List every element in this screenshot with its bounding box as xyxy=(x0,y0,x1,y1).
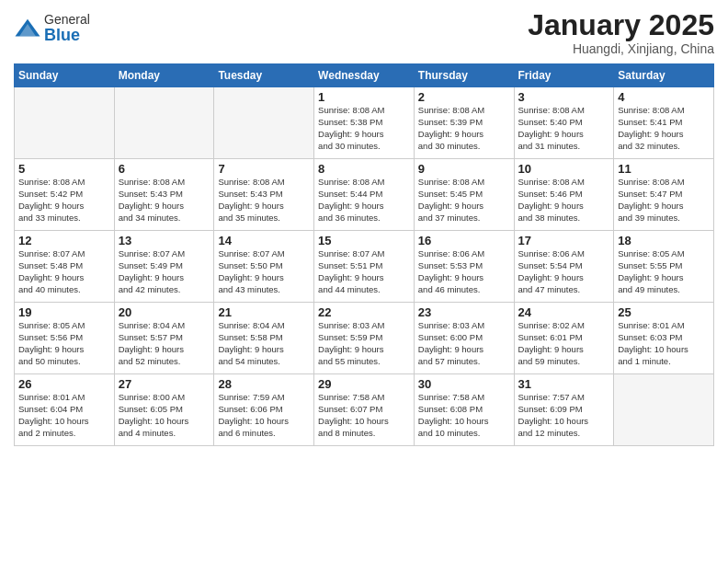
calendar-cell: 14Sunrise: 8:07 AM Sunset: 5:50 PM Dayli… xyxy=(214,231,314,303)
day-number: 6 xyxy=(119,162,210,176)
calendar-cell: 12Sunrise: 8:07 AM Sunset: 5:48 PM Dayli… xyxy=(15,231,115,303)
calendar-cell: 13Sunrise: 8:07 AM Sunset: 5:49 PM Dayli… xyxy=(114,231,214,303)
day-number: 27 xyxy=(119,377,210,391)
calendar-cell: 9Sunrise: 8:08 AM Sunset: 5:45 PM Daylig… xyxy=(414,159,514,231)
logo-icon xyxy=(14,16,41,43)
page-header: General Blue January 2025 Huangdi, Xinji… xyxy=(14,9,714,56)
day-number: 12 xyxy=(18,234,110,247)
header-tuesday: Tuesday xyxy=(214,64,314,87)
day-number: 19 xyxy=(18,305,110,319)
calendar-cell: 27Sunrise: 8:00 AM Sunset: 6:05 PM Dayli… xyxy=(114,374,214,446)
calendar-week-row-3: 12Sunrise: 8:07 AM Sunset: 5:48 PM Dayli… xyxy=(15,231,714,303)
day-info: Sunrise: 8:07 AM Sunset: 5:51 PM Dayligh… xyxy=(318,248,410,295)
calendar-cell: 24Sunrise: 8:02 AM Sunset: 6:01 PM Dayli… xyxy=(514,303,614,374)
calendar-cell: 30Sunrise: 7:58 AM Sunset: 6:08 PM Dayli… xyxy=(414,374,514,446)
day-number: 7 xyxy=(218,162,310,176)
header-sunday: Sunday xyxy=(15,64,115,87)
day-info: Sunrise: 8:08 AM Sunset: 5:38 PM Dayligh… xyxy=(318,105,410,152)
day-info: Sunrise: 8:08 AM Sunset: 5:47 PM Dayligh… xyxy=(618,177,710,224)
calendar-cell: 2Sunrise: 8:08 AM Sunset: 5:39 PM Daylig… xyxy=(414,87,514,159)
day-info: Sunrise: 8:01 AM Sunset: 6:03 PM Dayligh… xyxy=(618,320,710,367)
day-number: 8 xyxy=(318,162,410,176)
calendar-cell xyxy=(15,87,115,159)
day-number: 17 xyxy=(518,234,610,247)
day-info: Sunrise: 8:00 AM Sunset: 6:05 PM Dayligh… xyxy=(119,392,210,439)
day-number: 23 xyxy=(418,305,510,319)
calendar-cell: 21Sunrise: 8:04 AM Sunset: 5:58 PM Dayli… xyxy=(214,303,314,374)
day-number: 28 xyxy=(218,377,310,391)
header-monday: Monday xyxy=(114,64,214,87)
location-subtitle: Huangdi, Xinjiang, China xyxy=(528,41,714,56)
day-number: 4 xyxy=(618,90,710,104)
day-number: 26 xyxy=(18,377,110,391)
calendar-cell: 10Sunrise: 8:08 AM Sunset: 5:46 PM Dayli… xyxy=(514,159,614,231)
calendar-cell: 7Sunrise: 8:08 AM Sunset: 5:43 PM Daylig… xyxy=(214,159,314,231)
day-number: 10 xyxy=(518,162,610,176)
calendar-cell: 6Sunrise: 8:08 AM Sunset: 5:43 PM Daylig… xyxy=(114,159,214,231)
month-title: January 2025 xyxy=(528,9,714,41)
day-number: 13 xyxy=(119,234,210,247)
calendar-cell: 22Sunrise: 8:03 AM Sunset: 5:59 PM Dayli… xyxy=(314,303,415,374)
page-container: General Blue January 2025 Huangdi, Xinji… xyxy=(0,0,728,563)
calendar-week-row-2: 5Sunrise: 8:08 AM Sunset: 5:42 PM Daylig… xyxy=(15,159,714,231)
day-info: Sunrise: 8:08 AM Sunset: 5:39 PM Dayligh… xyxy=(418,105,510,152)
calendar-week-row-1: 1Sunrise: 8:08 AM Sunset: 5:38 PM Daylig… xyxy=(15,87,714,159)
day-info: Sunrise: 8:07 AM Sunset: 5:50 PM Dayligh… xyxy=(218,248,310,295)
calendar-cell: 17Sunrise: 8:06 AM Sunset: 5:54 PM Dayli… xyxy=(514,231,614,303)
logo-text: General Blue xyxy=(44,13,90,45)
calendar-cell: 23Sunrise: 8:03 AM Sunset: 6:00 PM Dayli… xyxy=(414,303,514,374)
day-number: 31 xyxy=(518,377,610,391)
day-info: Sunrise: 8:07 AM Sunset: 5:49 PM Dayligh… xyxy=(119,248,210,295)
weekday-header-row: Sunday Monday Tuesday Wednesday Thursday… xyxy=(15,64,714,87)
calendar-cell xyxy=(614,374,714,446)
day-number: 11 xyxy=(618,162,710,176)
calendar-cell: 19Sunrise: 8:05 AM Sunset: 5:56 PM Dayli… xyxy=(15,303,115,374)
day-info: Sunrise: 8:08 AM Sunset: 5:43 PM Dayligh… xyxy=(119,177,210,224)
day-info: Sunrise: 7:58 AM Sunset: 6:08 PM Dayligh… xyxy=(418,392,510,439)
day-number: 24 xyxy=(518,305,610,319)
day-number: 22 xyxy=(318,305,410,319)
calendar-cell: 26Sunrise: 8:01 AM Sunset: 6:04 PM Dayli… xyxy=(15,374,115,446)
day-info: Sunrise: 8:08 AM Sunset: 5:40 PM Dayligh… xyxy=(518,105,610,152)
day-info: Sunrise: 8:06 AM Sunset: 5:53 PM Dayligh… xyxy=(418,248,510,295)
day-number: 21 xyxy=(218,305,310,319)
calendar-cell: 25Sunrise: 8:01 AM Sunset: 6:03 PM Dayli… xyxy=(614,303,714,374)
calendar-cell: 31Sunrise: 7:57 AM Sunset: 6:09 PM Dayli… xyxy=(514,374,614,446)
day-number: 29 xyxy=(318,377,410,391)
day-info: Sunrise: 7:58 AM Sunset: 6:07 PM Dayligh… xyxy=(318,392,410,439)
logo-general: General xyxy=(44,13,90,27)
day-info: Sunrise: 8:08 AM Sunset: 5:46 PM Dayligh… xyxy=(518,177,610,224)
calendar-cell: 29Sunrise: 7:58 AM Sunset: 6:07 PM Dayli… xyxy=(314,374,415,446)
day-info: Sunrise: 8:04 AM Sunset: 5:58 PM Dayligh… xyxy=(218,320,310,367)
day-number: 20 xyxy=(119,305,210,319)
calendar-cell: 18Sunrise: 8:05 AM Sunset: 5:55 PM Dayli… xyxy=(614,231,714,303)
day-info: Sunrise: 7:57 AM Sunset: 6:09 PM Dayligh… xyxy=(518,392,610,439)
calendar-cell xyxy=(114,87,214,159)
day-info: Sunrise: 8:03 AM Sunset: 6:00 PM Dayligh… xyxy=(418,320,510,367)
day-info: Sunrise: 8:08 AM Sunset: 5:44 PM Dayligh… xyxy=(318,177,410,224)
calendar-week-row-5: 26Sunrise: 8:01 AM Sunset: 6:04 PM Dayli… xyxy=(15,374,714,446)
logo: General Blue xyxy=(14,13,90,45)
calendar-cell: 8Sunrise: 8:08 AM Sunset: 5:44 PM Daylig… xyxy=(314,159,415,231)
day-info: Sunrise: 8:08 AM Sunset: 5:45 PM Dayligh… xyxy=(418,177,510,224)
day-info: Sunrise: 8:07 AM Sunset: 5:48 PM Dayligh… xyxy=(18,248,110,295)
day-info: Sunrise: 8:08 AM Sunset: 5:43 PM Dayligh… xyxy=(218,177,310,224)
day-number: 14 xyxy=(218,234,310,247)
day-info: Sunrise: 8:08 AM Sunset: 5:42 PM Dayligh… xyxy=(18,177,110,224)
calendar-week-row-4: 19Sunrise: 8:05 AM Sunset: 5:56 PM Dayli… xyxy=(15,303,714,374)
day-number: 25 xyxy=(618,305,710,319)
day-info: Sunrise: 7:59 AM Sunset: 6:06 PM Dayligh… xyxy=(218,392,310,439)
day-number: 3 xyxy=(518,90,610,104)
calendar-cell: 20Sunrise: 8:04 AM Sunset: 5:57 PM Dayli… xyxy=(114,303,214,374)
calendar-cell: 11Sunrise: 8:08 AM Sunset: 5:47 PM Dayli… xyxy=(614,159,714,231)
day-info: Sunrise: 8:08 AM Sunset: 5:41 PM Dayligh… xyxy=(618,105,710,152)
day-info: Sunrise: 8:06 AM Sunset: 5:54 PM Dayligh… xyxy=(518,248,610,295)
calendar-cell: 28Sunrise: 7:59 AM Sunset: 6:06 PM Dayli… xyxy=(214,374,314,446)
day-number: 18 xyxy=(618,234,710,247)
header-friday: Friday xyxy=(514,64,614,87)
day-number: 15 xyxy=(318,234,410,247)
day-info: Sunrise: 8:03 AM Sunset: 5:59 PM Dayligh… xyxy=(318,320,410,367)
day-info: Sunrise: 8:01 AM Sunset: 6:04 PM Dayligh… xyxy=(18,392,110,439)
calendar-table: Sunday Monday Tuesday Wednesday Thursday… xyxy=(14,63,714,446)
header-wednesday: Wednesday xyxy=(314,64,415,87)
